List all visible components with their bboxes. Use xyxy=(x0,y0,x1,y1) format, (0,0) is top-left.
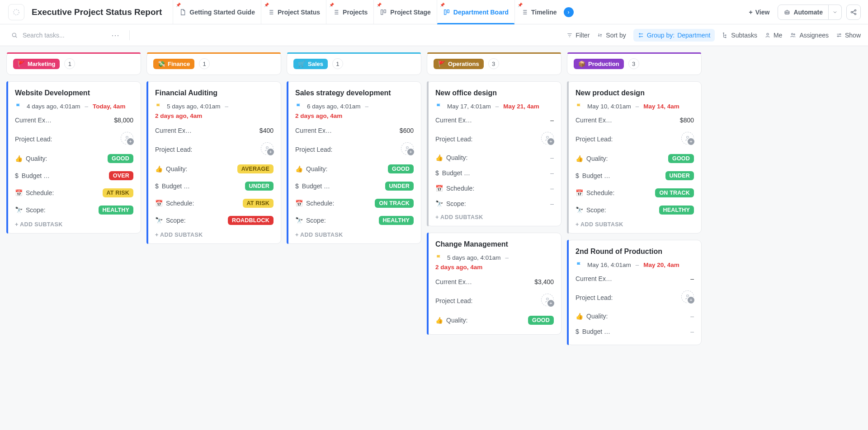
tab-timeline[interactable]: 📌Timeline xyxy=(514,0,563,24)
subtasks-button[interactable]: Subtasks xyxy=(722,32,757,39)
overdue-date: 2 days ago, 4am xyxy=(155,112,274,119)
field-budget: $ Budget …UNDER xyxy=(295,178,414,195)
column-header[interactable]: 🚩Operations3 xyxy=(427,52,561,75)
department-emoji-icon: 💸 xyxy=(158,61,165,67)
date-row: May 17, 4:01am–May 21, 4am xyxy=(435,103,554,110)
field-quality: 👍 Quality:AVERAGE xyxy=(155,160,274,178)
department-chip[interactable]: 🚩Operations xyxy=(434,59,484,69)
calendar-icon: 📅 xyxy=(435,185,443,192)
automate-caret-button[interactable] xyxy=(829,5,842,20)
groupby-button[interactable]: Group by: Department xyxy=(633,29,715,42)
field-budget: $ Budget …OVER xyxy=(15,167,133,184)
add-subtask-button[interactable]: + ADD SUBTASK xyxy=(15,221,133,228)
overdue-date: 2 days ago, 4am xyxy=(435,264,554,271)
automate-label: Automate xyxy=(793,9,823,16)
pin-icon: 📌 xyxy=(329,3,334,7)
scroll-tabs-right-icon[interactable]: › xyxy=(564,7,574,17)
priority-flag-icon[interactable] xyxy=(155,103,162,110)
search-input[interactable] xyxy=(22,31,103,39)
priority-flag-icon[interactable] xyxy=(15,103,22,110)
assignee-add-icon[interactable] xyxy=(541,294,554,306)
tab-getting-started-guide[interactable]: 📌Getting Started Guide xyxy=(173,0,261,24)
calendar-icon: 📅 xyxy=(15,189,23,196)
tab-label: Timeline xyxy=(531,9,557,16)
status-badge: HEALTHY xyxy=(379,216,414,225)
column-production: 📦Production3New product designMay 10, 4:… xyxy=(567,52,702,363)
dollar-icon: $ xyxy=(435,169,439,177)
tab-project-stage[interactable]: 📌Project Stage xyxy=(373,0,436,24)
add-subtask-button[interactable]: + ADD SUBTASK xyxy=(155,232,274,238)
field-project-lead: Project Lead: xyxy=(576,286,694,308)
empty-value: – xyxy=(690,328,694,335)
page-title[interactable]: Executive Project Status Report xyxy=(32,7,162,17)
svg-point-22 xyxy=(126,136,128,139)
share-button[interactable] xyxy=(846,5,861,20)
assignee-add-icon[interactable] xyxy=(261,142,274,155)
priority-flag-icon[interactable] xyxy=(576,261,583,268)
card-list: Website Development4 days ago, 4:01am–To… xyxy=(6,81,141,252)
filter-button[interactable]: Filter xyxy=(566,32,590,39)
priority-flag-icon[interactable] xyxy=(435,254,443,261)
column-header[interactable]: 📦Production3 xyxy=(567,52,702,75)
department-chip[interactable]: 🚩Marketing xyxy=(13,59,60,69)
column-marketing: 🚩Marketing1Website Development4 days ago… xyxy=(6,52,141,252)
task-card[interactable]: Website Development4 days ago, 4:01am–To… xyxy=(6,81,141,234)
field-budget: $ Budget …– xyxy=(576,324,694,339)
dollar-icon: $ xyxy=(295,182,299,190)
tab-projects[interactable]: 📌Projects xyxy=(326,0,373,24)
column-header[interactable]: 🚩Marketing1 xyxy=(6,52,141,75)
column-sales: 🛒Sales1Sales strategy development6 days … xyxy=(287,52,421,262)
task-card[interactable]: New office designMay 17, 4:01am–May 21, … xyxy=(427,81,561,226)
assignee-add-icon[interactable] xyxy=(121,132,133,145)
group-value: Department xyxy=(677,32,710,39)
automate-button[interactable]: Automate xyxy=(778,5,829,20)
column-header[interactable]: 🛒Sales1 xyxy=(287,52,421,75)
svg-rect-2 xyxy=(384,9,386,13)
field-scope: 🔭 Scope:– xyxy=(435,196,554,211)
department-emoji-icon: 🚩 xyxy=(18,61,25,67)
column-header[interactable]: 💸Finance1 xyxy=(146,52,281,75)
status-badge: UNDER xyxy=(665,171,694,180)
status-badge: ON TRACK xyxy=(655,188,694,197)
add-subtask-button[interactable]: + ADD SUBTASK xyxy=(295,232,414,238)
tab-department-board[interactable]: 📌Department Board xyxy=(437,0,514,24)
due-date: May 20, 4am xyxy=(643,262,679,268)
board-scroll[interactable]: 🚩Marketing1Website Development4 days ago… xyxy=(0,46,868,430)
calendar-icon: 📅 xyxy=(295,200,303,207)
thumbs-up-icon: 👍 xyxy=(576,313,583,320)
pin-icon: 📌 xyxy=(176,3,181,7)
task-card[interactable]: Change Management5 days ago, 4:01am–2 da… xyxy=(427,233,561,335)
department-chip[interactable]: 🛒Sales xyxy=(293,59,328,69)
department-chip[interactable]: 💸Finance xyxy=(153,59,194,69)
tab-label: Getting Started Guide xyxy=(189,9,255,16)
field-project-lead: Project Lead: xyxy=(295,138,414,160)
add-subtask-button[interactable]: + ADD SUBTASK xyxy=(435,214,554,220)
assignee-add-icon[interactable] xyxy=(401,142,414,155)
task-count: 1 xyxy=(199,58,210,69)
sort-button[interactable]: Sort by xyxy=(597,32,626,39)
tab-project-status[interactable]: 📌Project Status xyxy=(261,0,326,24)
task-card[interactable]: New product designMay 10, 4:01am–May 14,… xyxy=(567,81,702,234)
current-ex-value: $800 xyxy=(680,117,694,124)
task-card[interactable]: 2nd Round of ProductionMay 16, 4:01am–Ma… xyxy=(567,240,702,345)
priority-flag-icon[interactable] xyxy=(295,103,302,110)
priority-flag-icon[interactable] xyxy=(576,103,583,110)
assignee-add-icon[interactable] xyxy=(681,132,694,145)
field-quality: 👍 Quality:GOOD xyxy=(576,150,694,167)
priority-flag-icon[interactable] xyxy=(435,103,443,110)
assignee-add-icon[interactable] xyxy=(541,132,554,145)
department-chip[interactable]: 📦Production xyxy=(574,59,624,69)
add-subtask-button[interactable]: + ADD SUBTASK xyxy=(576,221,694,228)
field-scope: 🔭 Scope:HEALTHY xyxy=(295,212,414,229)
show-button[interactable]: Show xyxy=(836,32,861,39)
date-separator: – xyxy=(636,103,639,110)
assignee-add-icon[interactable] xyxy=(681,290,694,303)
task-card[interactable]: Sales strategy development6 days ago, 4:… xyxy=(287,81,421,244)
field-project-lead: Project Lead: xyxy=(15,128,133,150)
more-options-icon[interactable]: ⋯ xyxy=(108,30,123,40)
task-card[interactable]: Financial Auditing5 days ago, 4:01am–2 d… xyxy=(146,81,281,244)
add-view-button[interactable]: + View xyxy=(745,6,774,19)
assignees-button[interactable]: Assignees xyxy=(789,32,829,39)
me-button[interactable]: Me xyxy=(764,32,782,39)
workspace-icon[interactable] xyxy=(8,4,24,20)
